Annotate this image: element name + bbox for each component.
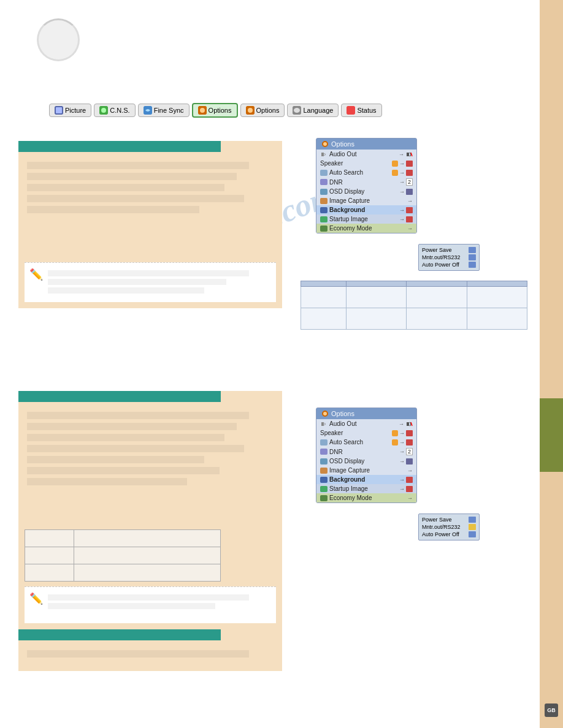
- options-row-startup-2: Startup Image →: [316, 484, 416, 493]
- nav-options1[interactable]: Options: [192, 103, 238, 118]
- svg-rect-17: [406, 161, 413, 167]
- options-popup-2-title: Options: [316, 408, 416, 419]
- svg-point-10: [294, 108, 300, 113]
- nav-picture[interactable]: Picture: [49, 104, 91, 117]
- section3-header: [18, 629, 221, 640]
- svg-rect-24: [320, 207, 327, 213]
- nav-cns[interactable]: C.N.S.: [94, 104, 135, 117]
- svg-rect-35: [320, 439, 327, 446]
- options-row-audio-out-1: Audio Out →: [316, 150, 416, 159]
- options-row-bg-1: Background →: [316, 205, 416, 214]
- svg-marker-15: [407, 153, 409, 156]
- svg-marker-32: [407, 422, 409, 426]
- svg-line-33: [411, 422, 412, 426]
- table1: [301, 281, 527, 330]
- note-area-1: ✏️: [25, 262, 276, 302]
- svg-rect-20: [320, 179, 327, 185]
- svg-point-13: [323, 142, 327, 146]
- svg-point-8: [248, 108, 253, 113]
- section2-header: [18, 391, 221, 402]
- svg-marker-31: [321, 422, 324, 426]
- svg-rect-11: [347, 106, 355, 115]
- section2-body: [18, 402, 282, 525]
- table-row: [25, 564, 221, 582]
- options-row-imgcap-1: Image Capture →: [316, 196, 416, 205]
- table1-col1: [301, 281, 347, 287]
- svg-point-3: [101, 108, 106, 113]
- table1-col4: [467, 281, 527, 287]
- svg-rect-28: [320, 226, 327, 232]
- table1-col3: [407, 281, 467, 287]
- power-row-mntr-1: Mntr.out/RS232: [421, 254, 477, 261]
- small-table-container: [25, 529, 276, 582]
- options-row-dnr-2: DNR → 2: [316, 447, 416, 457]
- options-row-osd-2: OSD Display →: [316, 457, 416, 466]
- svg-rect-42: [406, 477, 413, 483]
- options-row-dnr-1: DNR → 2: [316, 177, 416, 187]
- svg-rect-45: [320, 495, 327, 501]
- section1-body: [18, 152, 282, 262]
- nav-options2[interactable]: Options: [240, 104, 285, 117]
- options-row-economy-1: Economy Mode →: [316, 224, 416, 233]
- nav-language[interactable]: Language: [287, 104, 339, 117]
- power-popup-2: Power Save Mntr.out/RS232 Auto Power Off: [418, 514, 480, 540]
- svg-rect-39: [406, 458, 413, 464]
- note-area-2: ✏️: [25, 586, 276, 623]
- options-row-autosearch-2: Auto Search →: [316, 438, 416, 447]
- table-row: [25, 547, 221, 564]
- options-row-imgcap-2: Image Capture →: [316, 466, 416, 475]
- options-row-speaker-2: Speaker →: [316, 428, 416, 438]
- power-popup-1: Power Save Mntr.out/RS232 Auto Power Off: [418, 244, 480, 271]
- svg-rect-25: [406, 207, 413, 213]
- svg-rect-41: [320, 477, 327, 483]
- navbar: Picture C.N.S. Fine Sync Options Options…: [49, 103, 382, 118]
- options-popup-1: Options Audio Out → Speaker →: [316, 138, 417, 233]
- options-row-bg-2: Background →: [316, 475, 416, 484]
- svg-rect-38: [320, 458, 327, 464]
- right-sidebar: [540, 0, 563, 728]
- table1-col2: [346, 281, 406, 287]
- svg-rect-22: [406, 189, 413, 195]
- svg-rect-44: [406, 486, 413, 492]
- gb-badge: GB: [545, 703, 558, 717]
- nav-finesync[interactable]: Fine Sync: [138, 104, 190, 117]
- options-row-speaker-1: Speaker →: [316, 159, 416, 168]
- svg-rect-19: [406, 170, 413, 176]
- options-row-startup-1: Startup Image →: [316, 214, 416, 224]
- section1-header: [18, 141, 221, 152]
- svg-rect-1: [56, 107, 62, 113]
- svg-line-16: [411, 153, 412, 156]
- table-row: [25, 530, 221, 547]
- table1-container: [301, 276, 527, 335]
- right-tab: [540, 398, 563, 472]
- section3-body: [18, 640, 282, 671]
- svg-rect-36: [406, 439, 413, 446]
- options-row-audio-out-2: Audio Out →: [316, 419, 416, 428]
- nav-status[interactable]: Status: [341, 104, 381, 117]
- pencil-icon-2: ✏️: [29, 592, 43, 605]
- loading-circle: [37, 18, 80, 61]
- svg-rect-21: [320, 189, 327, 195]
- power-row-autopow-1: Auto Power Off: [421, 261, 477, 268]
- options-popup-2: Options Audio Out → Speaker → Auto Sea: [316, 408, 417, 503]
- svg-marker-14: [321, 153, 324, 156]
- svg-rect-26: [320, 216, 327, 222]
- power-row-save-1: Power Save: [421, 246, 477, 254]
- power-row-mntr-2: Mntr.out/RS232: [421, 523, 477, 531]
- options-row-economy-2: Economy Mode →: [316, 493, 416, 502]
- power-row-autopow-2: Auto Power Off: [421, 531, 477, 538]
- power-row-save-2: Power Save: [421, 516, 477, 523]
- small-table: [25, 529, 221, 582]
- svg-rect-27: [406, 216, 413, 222]
- options-row-osd-1: OSD Display →: [316, 187, 416, 196]
- svg-rect-23: [320, 198, 327, 204]
- options-popup-1-title: Options: [316, 138, 416, 150]
- svg-rect-37: [320, 449, 327, 455]
- pencil-icon-1: ✏️: [29, 268, 43, 281]
- svg-point-30: [323, 412, 327, 415]
- table-row: [301, 308, 527, 330]
- svg-rect-40: [320, 468, 327, 474]
- svg-rect-43: [320, 486, 327, 492]
- section1: ✏️: [18, 141, 282, 308]
- options-row-autosearch-1: Auto Search →: [316, 168, 416, 177]
